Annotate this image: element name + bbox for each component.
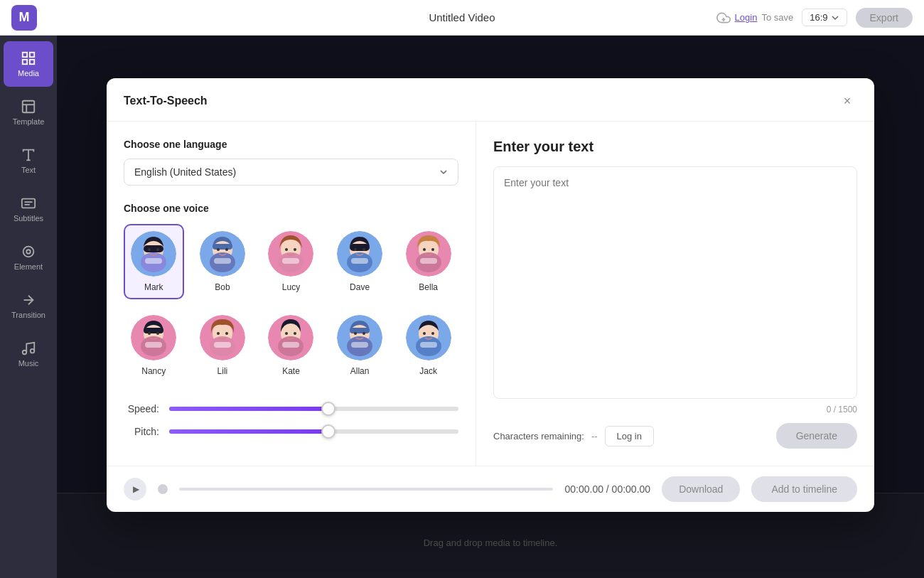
voice-grid: Mark xyxy=(124,224,458,383)
audio-progress-bar[interactable] xyxy=(179,488,553,491)
modal-close-button[interactable]: × xyxy=(837,91,857,111)
audio-position-dot xyxy=(158,484,168,494)
voice-name-allan: Allan xyxy=(350,366,370,376)
voice-item-lili[interactable]: Lili xyxy=(193,308,253,383)
template-icon xyxy=(21,99,36,114)
sidebar-item-label: Template xyxy=(13,117,45,126)
voice-avatar-mark xyxy=(131,231,176,277)
svg-point-22 xyxy=(148,248,151,251)
svg-point-35 xyxy=(285,248,288,251)
voice-item-jack[interactable]: Jack xyxy=(398,308,458,383)
svg-point-67 xyxy=(285,332,288,335)
svg-rect-20 xyxy=(144,245,163,252)
app-logo[interactable]: M xyxy=(11,5,37,31)
svg-rect-2 xyxy=(23,53,27,57)
sidebar-item-label: Media xyxy=(18,69,39,77)
svg-point-14 xyxy=(26,250,31,254)
svg-point-48 xyxy=(423,248,426,251)
voice-avatar-allan xyxy=(337,315,382,360)
voice-avatar-lucy xyxy=(268,231,313,277)
text-input[interactable] xyxy=(493,166,857,399)
voice-section-label: Choose one voice xyxy=(124,203,458,214)
voice-avatar-jack xyxy=(406,315,451,360)
left-panel: Choose one language English (United Stat… xyxy=(107,122,476,466)
log-in-button[interactable]: Log in xyxy=(605,426,654,446)
play-icon: ▶ xyxy=(133,484,139,494)
modal-title: Text-To-Speech xyxy=(124,95,208,107)
svg-rect-24 xyxy=(145,258,162,264)
right-panel: Enter your text 0 / 1500 Characters rema… xyxy=(476,122,874,466)
voice-avatar-bella xyxy=(406,231,451,277)
sidebar-item-transition[interactable]: Transition xyxy=(4,283,53,328)
voice-avatar-lili xyxy=(200,315,245,360)
svg-rect-57 xyxy=(145,342,162,348)
sidebar-item-template[interactable]: Template xyxy=(4,90,53,135)
ratio-button[interactable]: 16:9 xyxy=(802,9,847,26)
svg-point-55 xyxy=(148,332,151,335)
speed-label: Speed: xyxy=(124,403,159,414)
modal-header: Text-To-Speech × xyxy=(107,78,874,122)
svg-point-16 xyxy=(23,350,27,355)
voice-avatar-nancy xyxy=(131,315,176,360)
main-layout: Media Template Text Subtit xyxy=(0,36,924,578)
voice-avatar-kate xyxy=(268,315,313,360)
voice-item-nancy[interactable]: Nancy xyxy=(124,308,184,383)
svg-rect-82 xyxy=(420,342,437,348)
right-panel-title: Enter your text xyxy=(493,139,857,155)
grid-icon xyxy=(21,50,36,66)
voice-name-bob: Bob xyxy=(215,282,230,292)
svg-rect-27 xyxy=(213,244,232,250)
svg-rect-69 xyxy=(282,342,299,348)
login-link[interactable]: Login xyxy=(735,12,758,23)
text-icon xyxy=(21,147,36,163)
svg-rect-72 xyxy=(350,328,370,333)
svg-point-23 xyxy=(156,248,159,251)
language-dropdown[interactable]: English (United States) xyxy=(124,159,458,186)
voice-name-dave: Dave xyxy=(350,282,370,292)
sidebar-item-label: Transition xyxy=(11,311,45,319)
top-bar: M Untitled Video Login To save 16:9 Expo… xyxy=(0,0,924,36)
sidebar-item-media[interactable]: Media xyxy=(4,41,53,87)
subtitles-icon xyxy=(21,196,36,211)
svg-point-29 xyxy=(217,248,220,251)
voice-name-jack: Jack xyxy=(419,366,437,376)
svg-point-68 xyxy=(294,332,296,335)
sidebar-item-text[interactable]: Text xyxy=(4,138,53,183)
voice-item-lucy[interactable]: Lucy xyxy=(261,224,321,299)
voice-name-mark: Mark xyxy=(144,282,163,292)
svg-rect-3 xyxy=(30,53,34,57)
voice-item-allan[interactable]: Allan xyxy=(330,308,390,383)
voice-item-bella[interactable]: Bella xyxy=(398,224,458,299)
svg-point-43 xyxy=(362,248,365,251)
voice-item-mark[interactable]: Mark xyxy=(124,224,184,299)
transition-icon xyxy=(21,292,36,308)
svg-rect-40 xyxy=(350,244,370,251)
svg-point-62 xyxy=(225,332,228,335)
play-button[interactable]: ▶ xyxy=(124,478,146,501)
sidebar-item-element[interactable]: Element xyxy=(4,235,53,280)
sidebar-item-subtitles[interactable]: Subtitles xyxy=(4,186,53,232)
voice-item-dave[interactable]: Dave xyxy=(330,224,390,299)
sidebar-item-music[interactable]: Music xyxy=(4,331,53,377)
bottom-row: Characters remaining: -- Log in Generate xyxy=(493,423,857,449)
modal-body: Choose one language English (United Stat… xyxy=(107,122,874,466)
language-section-label: Choose one language xyxy=(124,139,458,150)
generate-button[interactable]: Generate xyxy=(776,423,857,449)
svg-point-80 xyxy=(423,332,426,335)
pitch-slider-row: Pitch: xyxy=(124,426,458,437)
voice-item-kate[interactable]: Kate xyxy=(261,308,321,383)
svg-point-81 xyxy=(431,332,434,335)
pitch-slider[interactable] xyxy=(169,429,458,434)
voice-item-bob[interactable]: Bob xyxy=(193,224,253,299)
add-to-timeline-button[interactable]: Add to timeline xyxy=(751,476,857,502)
sidebar-item-label: Element xyxy=(14,262,43,271)
svg-point-74 xyxy=(354,332,357,335)
voice-avatar-dave xyxy=(337,231,382,277)
speed-slider[interactable] xyxy=(169,407,458,411)
download-button[interactable]: Download xyxy=(662,476,740,502)
export-button[interactable]: Export xyxy=(856,8,913,28)
music-icon xyxy=(21,341,36,356)
tts-modal: Text-To-Speech × Choose one language Eng… xyxy=(107,78,874,512)
svg-rect-31 xyxy=(214,258,231,264)
svg-rect-4 xyxy=(23,60,27,64)
